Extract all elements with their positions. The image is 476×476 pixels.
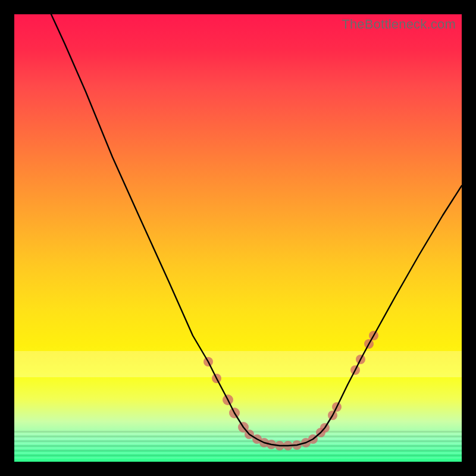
chart-markers <box>203 331 378 450</box>
chart-svg <box>14 14 462 462</box>
watermark-text: TheBottleneck.com <box>342 17 456 32</box>
chart-frame: TheBottleneck.com <box>14 14 462 462</box>
chart-curve <box>51 14 462 446</box>
